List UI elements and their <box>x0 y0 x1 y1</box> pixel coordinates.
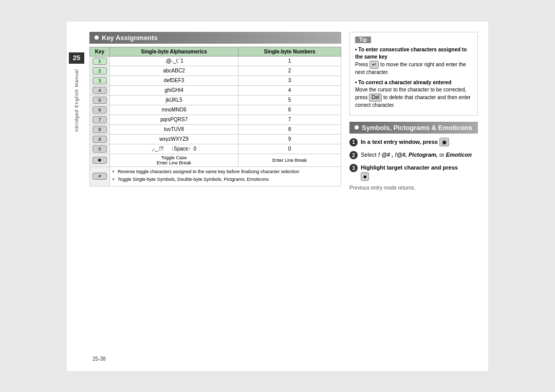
tip-label: Tip <box>355 36 371 43</box>
num-cell: 8 <box>238 124 341 134</box>
key-icon: 0 <box>92 145 107 153</box>
step-num-1: 1 <box>349 138 358 146</box>
note-bullets-cell: Reverse toggle characters assigned to th… <box>110 166 341 186</box>
toggle-row: ✱ Toggle CaseEnter Line Break Enter Line… <box>90 154 341 166</box>
num-cell: 1 <box>238 56 341 66</box>
hash-key-icon: # <box>92 173 107 180</box>
key-icon: 7 <box>92 116 107 123</box>
alpha-cell: defDEF3 <box>110 76 238 85</box>
table-row: 0,-_.!? 〈Space〉00 <box>90 144 341 154</box>
alpha-cell: ghiGHI4 <box>110 85 238 95</box>
steps: 1 In a text entry window, press ▣ 2 Sele… <box>349 138 478 181</box>
num-cell: 9 <box>238 134 341 144</box>
step3-text: Highlight target character and press <box>361 164 458 171</box>
alpha-cell: mnoMNO6 <box>110 105 238 115</box>
key-icon: 1 <box>92 58 107 65</box>
alpha-cell: abcABC2 <box>110 66 238 76</box>
table-row: 6mnoMNO66 <box>90 105 341 115</box>
right-panel: Tip • To enter consecutive characters as… <box>349 32 478 361</box>
alpha-cell: wxyzWXYZ9 <box>110 134 238 144</box>
cursor-key: ↵ <box>369 61 379 69</box>
note-row: #Reverse toggle characters assigned to t… <box>90 166 341 186</box>
star-key-cell: ✱ <box>90 154 110 166</box>
col-num: Single-byte Numbers <box>238 47 341 56</box>
num-cell: 4 <box>238 85 341 95</box>
key-assignments-header: Key Assignments <box>89 32 341 44</box>
main-content: Key Assignments Key Single-byte Alphanum… <box>89 32 478 361</box>
num-cell: 2 <box>238 66 341 76</box>
col-alpha: Single-byte Alphanumerics <box>110 47 238 56</box>
sidebar: 25 Abridged English Manual <box>67 22 86 371</box>
page: 25 Abridged English Manual Key Assignmen… <box>67 22 488 371</box>
step1-text: In a text entry window, press <box>361 139 438 145</box>
step3-key: ■ <box>361 172 369 181</box>
header-dot <box>95 35 99 40</box>
sidebar-label: Abridged English Manual <box>74 69 79 132</box>
page-number: 25-38 <box>92 356 106 362</box>
key-cell: 4 <box>90 85 110 95</box>
left-panel: Key Assignments Key Single-byte Alphanum… <box>89 32 341 361</box>
num-cell: 6 <box>238 105 341 115</box>
key-icon: 2 <box>92 67 107 74</box>
key-cell: 3 <box>90 76 110 85</box>
alpha-cell: .@-_/;`1 <box>110 56 238 66</box>
table-row: 1.@-_/;`11 <box>90 56 341 66</box>
key-cell: 9 <box>90 134 110 144</box>
table-row: 5jklJKL55 <box>90 95 341 105</box>
toggle-col1: Toggle CaseEnter Line Break <box>110 154 238 166</box>
table-row: 9wxyzWXYZ99 <box>90 134 341 144</box>
hash-key-cell: # <box>90 166 110 186</box>
key-icon: 5 <box>92 97 107 104</box>
alpha-cell: pqrsPQRS7 <box>110 115 238 124</box>
symbols-dot <box>355 125 359 129</box>
key-icon: 4 <box>92 87 107 94</box>
key-cell: 0 <box>90 144 110 154</box>
table-row: 7pqrsPQRS77 <box>90 115 341 124</box>
star-key-icon: ✱ <box>92 157 107 164</box>
alpha-cell: jklJKL5 <box>110 95 238 105</box>
key-cell: 1 <box>90 56 110 66</box>
num-cell: 3 <box>238 76 341 85</box>
step2-options: ! @# , !@#, Pictogram, <box>378 152 438 158</box>
step-content-3: Highlight target character and press ■ <box>361 163 458 181</box>
tip-box: Tip • To enter consecutive characters as… <box>349 32 478 116</box>
step-num-2: 2 <box>349 151 358 159</box>
key-table: Key Single-byte Alphanumerics Single-byt… <box>89 47 341 186</box>
key-icon: 3 <box>92 77 107 84</box>
num-cell: 5 <box>238 95 341 105</box>
tip-section2: • To correct a character already entered… <box>355 79 472 109</box>
alpha-cell: tuvTUV8 <box>110 124 238 134</box>
num-cell: 0 <box>238 144 341 154</box>
step-1: 1 In a text entry window, press ▣ <box>349 138 478 147</box>
note-bullet: Reverse toggle characters assigned to th… <box>113 169 338 175</box>
symbols-title: Symbols, Pictograms & Emoticons <box>362 124 472 132</box>
key-cell: 2 <box>90 66 110 76</box>
table-row: 8tuvTUV88 <box>90 124 341 134</box>
tip-title-2: • To correct a character already entered <box>355 80 451 85</box>
key-cell: 8 <box>90 124 110 134</box>
table-row: 2abcABC22 <box>90 66 341 76</box>
tip-title-1: • To enter consecutive characters assign… <box>355 47 467 60</box>
alpha-cell: ,-_.!? 〈Space〉0 <box>110 144 238 154</box>
key-icon: 6 <box>92 106 107 114</box>
del-key: Del <box>369 94 382 102</box>
note-bullet: Toggle Single-byte Symbols, Double-byte … <box>113 176 338 183</box>
key-cell: 7 <box>90 115 110 124</box>
tip-section1: • To enter consecutive characters assign… <box>355 46 472 76</box>
step2-emoticon: Emoticon <box>446 152 472 158</box>
num-cell: 7 <box>238 115 341 124</box>
key-icon: 9 <box>92 136 107 143</box>
table-row: 4ghiGHI44 <box>90 85 341 95</box>
step-num-3: 3 <box>349 164 358 172</box>
sidebar-number: 25 <box>69 52 84 64</box>
key-assignments-title: Key Assignments <box>102 34 158 42</box>
step-content-2: Select ! @# , !@#, Pictogram, or Emotico… <box>361 151 472 159</box>
key-cell: 6 <box>90 105 110 115</box>
toggle-col2: Enter Line Break <box>238 154 341 166</box>
step-content-1: In a text entry window, press ▣ <box>361 138 449 147</box>
step-2: 2 Select ! @# , !@#, Pictogram, or Emoti… <box>349 151 478 159</box>
step1-key: ▣ <box>439 138 449 146</box>
symbols-header: Symbols, Pictograms & Emoticons <box>349 122 478 134</box>
key-cell: 5 <box>90 95 110 105</box>
step-3: 3 Highlight target character and press ■ <box>349 163 478 181</box>
